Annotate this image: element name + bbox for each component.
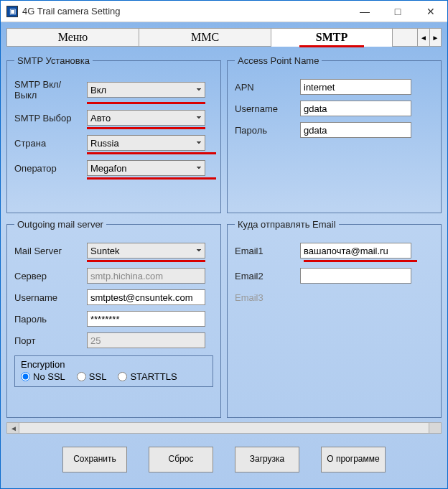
out-user-label: Username	[14, 292, 83, 303]
server-label: Сервер	[14, 271, 83, 281]
close-button[interactable]: ✕	[414, 1, 447, 22]
radio-ssl[interactable]: SSL	[77, 371, 107, 382]
out-pass-label: Пароль	[14, 314, 83, 325]
scroll-right-icon[interactable]: ►	[431, 424, 438, 432]
country-label: Страна	[14, 138, 83, 149]
redline	[87, 152, 216, 154]
group-smtp-setup: SMTP Установка SMTP Вкл/Выкл Вкл SMTP Вы…	[6, 55, 221, 213]
save-button[interactable]: Сохранить	[62, 447, 127, 472]
out-pass-input[interactable]	[87, 311, 205, 327]
redline	[87, 260, 205, 262]
redline	[87, 102, 205, 104]
tab-nav: ◄ ►	[417, 28, 442, 47]
email2-label: Email2	[235, 271, 296, 281]
scroll-left-icon[interactable]: ◄	[10, 424, 17, 432]
titlebar: ▣ 4G Trail camera Setting ― □ ✕	[1, 1, 447, 22]
tab-menu[interactable]: Меню	[6, 28, 139, 47]
apn-user-label: Username	[235, 103, 296, 114]
server-input	[87, 268, 205, 284]
port-input	[87, 332, 205, 348]
reset-button[interactable]: Сброс	[149, 447, 213, 472]
content-area: Меню MMC SMTP ◄ ► SMTP Установка SMTP Вк…	[1, 22, 447, 488]
main-grid: SMTP Установка SMTP Вкл/Выкл Вкл SMTP Вы…	[6, 55, 442, 418]
radio-nossl-input[interactable]	[21, 372, 30, 381]
email3-label: Email3	[235, 292, 296, 303]
smtp-select-label: SMTP Выбор	[14, 113, 83, 124]
out-user-input[interactable]	[87, 289, 205, 305]
load-button[interactable]: Загрузка	[235, 447, 299, 472]
apn-pass-label: Пароль	[235, 125, 296, 136]
tab-smtp-underline	[299, 45, 364, 47]
tab-nav-next[interactable]: ►	[429, 29, 441, 46]
redline	[87, 127, 205, 129]
smtp-onoff-label: SMTP Вкл/Выкл	[14, 79, 83, 101]
window-controls: ― □ ✕	[348, 1, 447, 22]
operator-select[interactable]: Megafon	[87, 160, 205, 176]
smtp-select-select[interactable]: Авто	[87, 110, 205, 126]
mailserver-label: Mail Server	[14, 246, 83, 256]
redline	[304, 260, 417, 262]
radio-nossl[interactable]: No SSL	[21, 371, 65, 382]
recipients-legend: Куда отправлять Email	[235, 219, 339, 230]
radio-ssl-input[interactable]	[77, 372, 86, 381]
encryption-label: Encryption	[21, 359, 207, 370]
about-button[interactable]: О программе	[321, 447, 386, 472]
country-select[interactable]: Russia	[87, 135, 205, 151]
port-label: Порт	[14, 335, 83, 346]
outgoing-legend: Outgoing mail server	[14, 219, 106, 230]
tab-smtp[interactable]: SMTP	[271, 28, 393, 47]
email2-input[interactable]	[300, 268, 411, 284]
tab-nav-prev[interactable]: ◄	[418, 29, 429, 46]
window-title: 4G Trail camera Setting	[22, 6, 348, 17]
app-icon: ▣	[6, 6, 18, 17]
apn-pass-input[interactable]	[300, 122, 411, 138]
apn-label: APN	[235, 82, 296, 93]
maximize-button[interactable]: □	[381, 1, 414, 22]
minimize-button[interactable]: ―	[348, 1, 381, 22]
tab-smtp-label: SMTP	[316, 31, 347, 43]
group-recipients: Куда отправлять Email Email1 Email2 Emai…	[227, 219, 442, 418]
group-apn: Access Point Name APN Username Пароль	[227, 55, 442, 213]
radio-starttls-input[interactable]	[118, 372, 127, 381]
apn-user-input[interactable]	[300, 101, 411, 116]
app-window: ▣ 4G Trail camera Setting ― □ ✕ Меню MMC…	[0, 0, 448, 489]
tab-mmc[interactable]: MMC	[139, 28, 271, 47]
radio-starttls[interactable]: STARTTLS	[118, 371, 177, 382]
smtp-setup-legend: SMTP Установка	[14, 55, 93, 66]
email1-label: Email1	[235, 246, 296, 256]
tab-spacer	[392, 28, 419, 47]
apn-legend: Access Point Name	[235, 55, 322, 66]
email1-input[interactable]	[300, 243, 411, 259]
redline	[87, 177, 216, 180]
mailserver-select[interactable]: Suntek	[87, 243, 205, 259]
group-outgoing: Outgoing mail server Mail Server Suntek …	[6, 219, 221, 418]
apn-input[interactable]	[300, 79, 411, 95]
horizontal-scrollbar[interactable]: ◄ ►	[6, 422, 442, 434]
smtp-onoff-select[interactable]: Вкл	[87, 82, 205, 98]
encryption-box: Encryption No SSL SSL STARTTLS	[14, 355, 213, 387]
footer-buttons: Сохранить Сброс Загрузка О программе	[6, 434, 442, 480]
tab-row: Меню MMC SMTP ◄ ►	[6, 28, 442, 47]
operator-label: Оператор	[14, 163, 83, 174]
